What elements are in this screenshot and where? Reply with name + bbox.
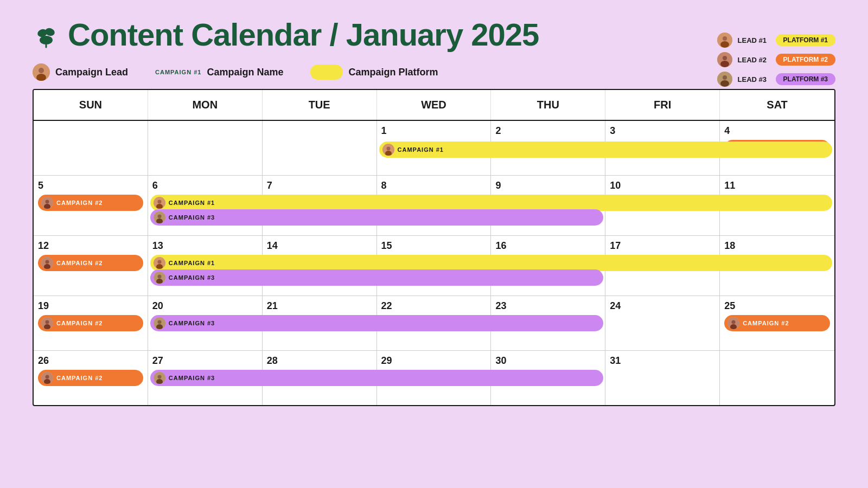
svg-point-8 bbox=[723, 36, 727, 41]
date-24: 24 bbox=[610, 300, 715, 312]
bar-avatar bbox=[41, 317, 53, 329]
date-26: 26 bbox=[38, 355, 143, 367]
date-18: 18 bbox=[724, 240, 830, 252]
header-mon: MON bbox=[148, 90, 263, 120]
lead1-avatar bbox=[717, 33, 732, 48]
date-21: 21 bbox=[267, 300, 372, 312]
date-30: 30 bbox=[495, 355, 601, 367]
header-wed: WED bbox=[377, 90, 492, 120]
svg-point-14 bbox=[723, 75, 727, 80]
date-22: 22 bbox=[381, 300, 487, 312]
svg-point-20 bbox=[386, 147, 390, 151]
header-thu: THU bbox=[491, 90, 605, 120]
svg-point-32 bbox=[157, 215, 161, 219]
platform-swatch bbox=[310, 65, 343, 80]
cell-empty-3 bbox=[263, 121, 377, 175]
date-10: 10 bbox=[610, 180, 715, 191]
campaign-name-legend: CAMPAIGN #1 Campaign Name bbox=[155, 67, 283, 78]
bar-avatar bbox=[41, 197, 53, 209]
cell-12: 12 CAMPAIGN #2 bbox=[34, 236, 148, 296]
date-20: 20 bbox=[152, 300, 258, 312]
span-campaign-3-row3: CAMPAIGN #3 bbox=[150, 269, 603, 286]
cell-empty-1 bbox=[34, 121, 148, 175]
date-12: 12 bbox=[38, 240, 143, 252]
date-23: 23 bbox=[495, 300, 601, 312]
svg-point-29 bbox=[157, 200, 161, 204]
span-campaign-1-row2: CAMPAIGN #1 bbox=[150, 195, 832, 211]
cell-25: 25 CAMPAIGN #2 bbox=[720, 296, 834, 350]
campaign-bar: CAMPAIGN #2 bbox=[38, 370, 143, 386]
span-avatar bbox=[154, 272, 165, 284]
date-17: 17 bbox=[610, 240, 715, 252]
svg-point-35 bbox=[46, 260, 49, 264]
date-28: 28 bbox=[267, 355, 372, 367]
span-campaign-3-row5: CAMPAIGN #3 bbox=[150, 370, 603, 386]
campaign-bar: CAMPAIGN #2 bbox=[38, 195, 143, 211]
date-2: 2 bbox=[495, 125, 601, 137]
date-4: 4 bbox=[724, 125, 830, 137]
campaign-bar: CAMPAIGN #2 bbox=[724, 315, 830, 331]
campaign-legend-label: CAMPAIGN #1 bbox=[155, 69, 201, 75]
campaign-bar: CAMPAIGN #2 bbox=[38, 315, 143, 331]
platform-legend: Campaign Platform bbox=[310, 65, 438, 80]
cell-24: 24 bbox=[605, 296, 720, 350]
lead3-label: LEAD #3 bbox=[738, 75, 770, 84]
header-sun: SUN bbox=[34, 90, 148, 120]
svg-point-59 bbox=[157, 375, 161, 379]
lead-legend: Campaign Lead bbox=[33, 63, 128, 81]
svg-point-23 bbox=[46, 200, 49, 204]
date-15: 15 bbox=[381, 240, 487, 252]
date-8: 8 bbox=[381, 180, 487, 191]
date-13: 13 bbox=[152, 240, 258, 252]
svg-point-12 bbox=[720, 61, 729, 67]
date-9: 9 bbox=[495, 180, 601, 191]
lead2-label: LEAD #2 bbox=[738, 56, 770, 64]
svg-point-9 bbox=[720, 41, 729, 48]
svg-point-47 bbox=[46, 320, 49, 324]
date-6: 6 bbox=[152, 180, 258, 191]
cal-row-3: 12 CAMPAIGN #2 13 14 15 16 bbox=[34, 236, 834, 296]
date-29: 29 bbox=[381, 355, 487, 367]
top-right-item-2: LEAD #2 PLATFORM #2 bbox=[717, 52, 835, 67]
date-16: 16 bbox=[495, 240, 601, 252]
campaign-bar: CAMPAIGN #2 bbox=[38, 255, 143, 271]
svg-point-41 bbox=[157, 260, 161, 264]
date-27: 27 bbox=[152, 355, 258, 367]
cal-row-4: 19 CAMPAIGN #2 20 21 22 23 bbox=[34, 296, 834, 351]
svg-point-15 bbox=[720, 80, 729, 87]
svg-point-50 bbox=[732, 320, 736, 324]
svg-point-56 bbox=[46, 375, 49, 379]
page-title: Content Calendar / January 2025 bbox=[68, 16, 539, 53]
bar-avatar bbox=[41, 257, 53, 269]
cell-31: 31 bbox=[605, 351, 720, 405]
svg-point-44 bbox=[157, 275, 161, 279]
span-campaign-1-row1: CAMPAIGN #1 bbox=[379, 142, 832, 158]
cell-empty-2 bbox=[148, 121, 263, 175]
span-avatar bbox=[382, 144, 394, 156]
lead-legend-text: Campaign Lead bbox=[55, 67, 128, 78]
span-campaign-3-row2: CAMPAIGN #3 bbox=[150, 209, 603, 226]
date-31: 31 bbox=[610, 355, 715, 367]
lead1-label: LEAD #1 bbox=[738, 36, 770, 44]
platform-legend-text: Campaign Platform bbox=[348, 67, 438, 78]
lead3-avatar bbox=[717, 72, 732, 87]
date-11: 11 bbox=[724, 180, 830, 191]
platform1-badge: PLATFORM #1 bbox=[776, 34, 835, 46]
platform2-badge: PLATFORM #2 bbox=[776, 54, 835, 66]
calendar-header: SUN MON TUE WED THU FRI SAT bbox=[34, 90, 834, 121]
header-fri: FRI bbox=[605, 90, 720, 120]
span-avatar bbox=[154, 197, 165, 209]
bar-avatar bbox=[727, 317, 739, 329]
campaign-legend-name: Campaign Name bbox=[207, 67, 283, 78]
span-campaign-3-row4: CAMPAIGN #3 bbox=[150, 315, 603, 331]
date-3: 3 bbox=[610, 125, 715, 137]
svg-point-11 bbox=[723, 56, 727, 60]
date-7: 7 bbox=[267, 180, 372, 191]
span-avatar bbox=[154, 257, 165, 269]
date-25: 25 bbox=[724, 300, 830, 312]
date-19: 19 bbox=[38, 300, 143, 312]
date-14: 14 bbox=[267, 240, 372, 252]
header-sat: SAT bbox=[720, 90, 834, 120]
date-1: 1 bbox=[381, 125, 487, 137]
span-campaign-1-row3: CAMPAIGN #1 bbox=[150, 255, 832, 271]
